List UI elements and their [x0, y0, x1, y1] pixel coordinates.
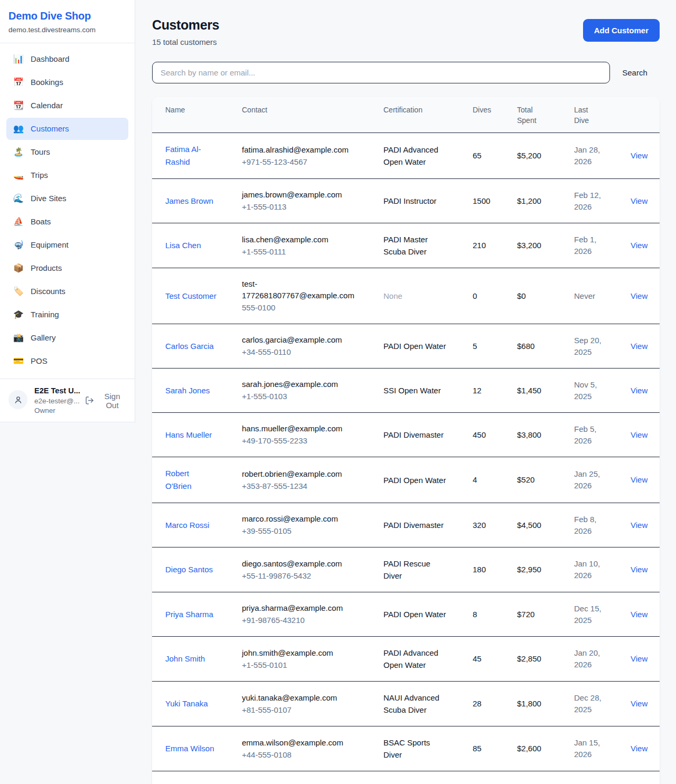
- customer-phone: +49-170-555-2233: [242, 435, 366, 447]
- cell-view: View: [619, 726, 660, 771]
- view-link[interactable]: View: [631, 342, 647, 351]
- sidebar-item-trips[interactable]: 🚤Trips: [6, 164, 128, 186]
- cell-certification: PADI Open Water: [370, 457, 459, 503]
- customer-phone: +1-555-0113: [242, 201, 366, 213]
- cell-name: Sarah Jones: [152, 369, 229, 413]
- search-button[interactable]: Search: [610, 68, 660, 77]
- table-row: James Brownjames.brown@example.com+1-555…: [152, 179, 660, 223]
- sidebar-item-boats[interactable]: ⛵Boats: [6, 211, 128, 233]
- customer-name-link[interactable]: Hans Mueller: [165, 429, 212, 441]
- customer-name-link[interactable]: Marco Rossi: [165, 519, 209, 532]
- label-tag-icon: 🏷️: [13, 286, 24, 297]
- sidebar-item-bookings[interactable]: 📅Bookings: [6, 71, 128, 93]
- calendar-date-icon: 📅: [13, 77, 24, 88]
- sign-out-button[interactable]: Sign Out: [85, 392, 126, 410]
- table-row: Fatima Al-Rashidfatima.alrashid@example.…: [152, 133, 660, 179]
- cell-view: View: [619, 457, 660, 503]
- cell-name: Lisa Chen: [152, 223, 229, 268]
- user-block: E2E Test U... e2e-tester@... Owner Sign …: [0, 379, 135, 422]
- sidebar-item-products[interactable]: 📦Products: [6, 257, 128, 279]
- table-header: Name Contact Certification Dives Total S…: [152, 97, 660, 133]
- cell-last-dive: Jan 20, 2026: [561, 637, 619, 682]
- table-row: Carlos Garciacarlos.garcia@example.com+3…: [152, 324, 660, 369]
- customer-name-link[interactable]: Priya Sharma: [165, 608, 213, 621]
- cell-total-spent: $680: [504, 324, 561, 369]
- customer-name-link[interactable]: Robert O'Brien: [165, 467, 217, 493]
- view-link[interactable]: View: [631, 430, 647, 439]
- cell-certification: PADI Master Scuba Diver: [370, 223, 459, 268]
- sidebar-item-dive-sites[interactable]: 🌊Dive Sites: [6, 187, 128, 210]
- customer-certification: NAUI Advanced Scuba Diver: [383, 692, 450, 716]
- sidebar-item-gallery[interactable]: 📸Gallery: [6, 327, 128, 349]
- customer-name-link[interactable]: Sarah Jones: [165, 384, 210, 397]
- cell-name: Keiko Yamamoto: [152, 771, 229, 784]
- view-link[interactable]: View: [631, 744, 647, 753]
- search-input[interactable]: [152, 62, 610, 83]
- col-header-certification: Certification: [370, 97, 459, 133]
- customer-phone: +81-555-0107: [242, 704, 366, 716]
- sidebar-item-label: Products: [31, 262, 62, 274]
- sidebar-item-label: Discounts: [31, 286, 65, 297]
- cell-dives: 85: [459, 726, 504, 771]
- view-link[interactable]: View: [631, 565, 647, 574]
- sidebar-item-customers[interactable]: 👥Customers: [6, 118, 128, 140]
- view-link[interactable]: View: [631, 241, 647, 250]
- sidebar-item-pos[interactable]: 💳POS: [6, 350, 128, 372]
- view-link[interactable]: View: [631, 610, 647, 619]
- cell-certification: PADI Rescue Diver: [370, 547, 459, 592]
- table-row: Emma Wilsonemma.wilson@example.com+44-55…: [152, 726, 660, 771]
- customer-name-link[interactable]: Yuki Tanaka: [165, 697, 208, 710]
- cell-view: View: [619, 179, 660, 223]
- sidebar-item-label: POS: [31, 355, 48, 367]
- customer-name-link[interactable]: Keiko Yamamoto: [165, 781, 217, 784]
- sidebar-item-dashboard[interactable]: 📊Dashboard: [6, 48, 128, 70]
- cell-total-spent: $2,100: [504, 771, 561, 784]
- customer-name-link[interactable]: Emma Wilson: [165, 742, 214, 755]
- customer-name-link[interactable]: John Smith: [165, 653, 205, 665]
- sidebar-item-label: Tours: [31, 146, 50, 158]
- table-row: Test Customertest-1772681807767@example.…: [152, 268, 660, 324]
- sign-out-label: Sign Out: [98, 392, 126, 410]
- table-row: Sarah Jonessarah.jones@example.com+1-555…: [152, 369, 660, 413]
- view-link[interactable]: View: [631, 151, 647, 160]
- app-root: Demo Dive Shop demo.test.divestreams.com…: [0, 0, 676, 784]
- sidebar-item-label: Calendar: [31, 100, 63, 111]
- view-link[interactable]: View: [631, 291, 647, 300]
- customer-name-link[interactable]: James Brown: [165, 195, 213, 207]
- customer-last-dive: Jan 10, 2026: [574, 558, 606, 581]
- user-name: E2E Test U...: [34, 386, 77, 395]
- customer-name-link[interactable]: Test Customer: [165, 290, 217, 303]
- user-info: E2E Test U... e2e-tester@... Owner: [34, 386, 77, 414]
- cell-view: View: [619, 503, 660, 547]
- view-link[interactable]: View: [631, 196, 647, 205]
- sidebar-item-tours[interactable]: 🏝️Tours: [6, 141, 128, 163]
- customer-phone: +353-87-555-1234: [242, 480, 366, 492]
- sidebar-item-discounts[interactable]: 🏷️Discounts: [6, 280, 128, 303]
- view-link[interactable]: View: [631, 386, 647, 395]
- customer-name-link[interactable]: Carlos Garcia: [165, 340, 214, 353]
- view-link[interactable]: View: [631, 699, 647, 708]
- sidebar-item-calendar[interactable]: 📆Calendar: [6, 95, 128, 117]
- view-link[interactable]: View: [631, 521, 647, 530]
- customer-name-link[interactable]: Fatima Al-Rashid: [165, 143, 217, 168]
- customer-email: yuki.tanaka@example.com: [242, 692, 366, 704]
- customer-email: robert.obrien@example.com: [242, 468, 366, 480]
- view-link[interactable]: View: [631, 475, 647, 484]
- cell-dives: 12: [459, 369, 504, 413]
- table-row: Priya Sharmapriya.sharma@example.com+91-…: [152, 592, 660, 637]
- cell-dives: 95: [459, 771, 504, 784]
- customer-name-link[interactable]: Lisa Chen: [165, 239, 201, 252]
- customer-last-dive: Dec 28, 2025: [574, 692, 606, 715]
- cell-last-dive: Dec 28, 2025: [561, 682, 619, 726]
- col-header-last-dive: Last Dive: [561, 97, 619, 133]
- page-header-text: Customers 15 total customers: [152, 17, 219, 46]
- sidebar-item-training[interactable]: 🎓Training: [6, 304, 128, 326]
- cell-certification: PADI Divemaster: [370, 413, 459, 457]
- customer-name-link[interactable]: Diego Santos: [165, 563, 213, 576]
- add-customer-button[interactable]: Add Customer: [583, 19, 660, 42]
- cell-view: View: [619, 324, 660, 369]
- view-link[interactable]: View: [631, 654, 647, 663]
- sidebar-item-equipment[interactable]: 🤿Equipment: [6, 234, 128, 256]
- island-icon: 🏝️: [13, 146, 24, 158]
- customer-email: john.smith@example.com: [242, 647, 366, 659]
